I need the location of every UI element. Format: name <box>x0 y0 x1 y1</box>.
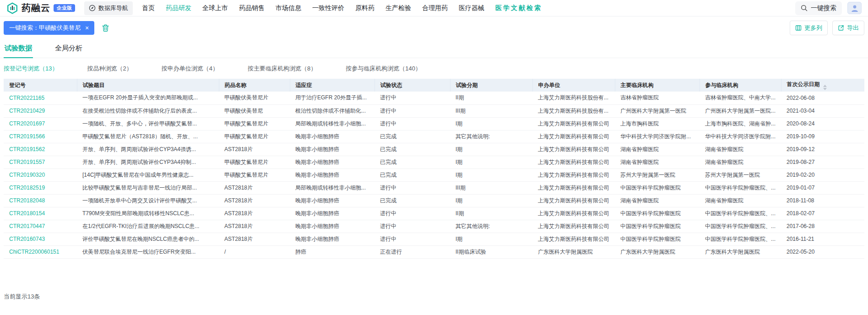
col-header-label: 试验题目 <box>83 82 105 88</box>
registration-link[interactable]: ChiCTR2200060151 <box>9 249 59 255</box>
tab-trial-data[interactable]: 试验数据 <box>4 39 33 58</box>
browse-link-by-registration[interactable]: 按登记号浏览（13） <box>4 65 58 73</box>
nav-item-medical-literature[interactable]: 医学文献检索 <box>495 4 542 12</box>
cell-primary-institution: 吉林省肿瘤医院 <box>615 92 700 104</box>
cell-first-publicity-date: 2017-06-28 <box>781 220 864 233</box>
cell-trial-title: 一项随机开放单中心两交叉设计评价甲磺酸艾... <box>77 194 219 207</box>
cell-sponsor: 上海艾力斯医药科技有限公司 <box>532 220 615 233</box>
trials-table: 登记号试验题目药品名称适应症试验状态试验分期申办单位主要临床机构参与临床机构首次… <box>4 79 864 259</box>
nav-item-medical-devices[interactable]: 医疗器械 <box>459 4 484 12</box>
nav-item-rational-use[interactable]: 合理用药 <box>422 4 448 12</box>
cell-participating-institutions: 广州医科大学附属第一医院... <box>700 104 781 117</box>
cell-first-publicity-date: 2016-11-21 <box>781 233 864 245</box>
search-filter-tag-label: 一键搜索：甲磺酸伏美替尼 <box>9 24 81 32</box>
cell-participating-institutions: 中国医学科学院肿瘤医院、... <box>700 207 781 220</box>
filter-left: 一键搜索：甲磺酸伏美替尼 × <box>4 21 109 35</box>
browse-link-by-sponsor[interactable]: 按申办单位浏览（4） <box>162 65 218 73</box>
table-row: CTR20191562开放、单序列、两周期试验评价CYP3A4强诱...AST2… <box>4 143 864 156</box>
cell-drug-name: 甲磺酸伏美替尼 <box>219 104 290 117</box>
cell-registration-no: CTR20190320 <box>4 168 77 181</box>
cell-participating-institutions: 吉林省肿瘤医院、中南大学... <box>700 92 781 104</box>
nav-item-consistency-eval[interactable]: 一致性评价 <box>312 4 344 12</box>
col-header-trial-phase: 试验分期 <box>450 79 532 92</box>
tag-close-icon[interactable]: × <box>85 25 89 31</box>
table-row: CTR20170447在1/2代EGFR-TKI治疗后进展的晚期NSCLC患..… <box>4 220 864 233</box>
browse-link-by-variety[interactable]: 按品种浏览（2） <box>87 65 132 73</box>
registration-link[interactable]: CTR20182048 <box>9 197 45 204</box>
cell-primary-institution: 中国医学科学院肿瘤医院 <box>615 181 700 194</box>
col-header-first-publicity-date[interactable]: 首次公示日期 <box>781 79 864 92</box>
registration-link[interactable]: CTR20191557 <box>9 159 45 165</box>
table-row: CTR20190320[14C]甲磺酸艾氟替尼在中国成年男性健康志...甲磺酸艾… <box>4 168 864 181</box>
table-row: CTR20180154T790M突变阳性局部晚期或转移性NSCLC患...AST… <box>4 207 864 220</box>
cell-participating-institutions: 苏州大学附属第一医院 <box>700 168 781 181</box>
cell-primary-institution: 湖南省肿瘤医院 <box>615 156 700 168</box>
cell-indication: 用于治疗EGFR 20外显子插... <box>290 92 374 104</box>
cell-registration-no: CTR20182048 <box>4 194 77 207</box>
cell-trial-status: 进行中 <box>374 117 450 130</box>
cell-sponsor: 上海艾力斯医药科技有限公司 <box>532 130 615 143</box>
cell-indication: 晚期非小细胞肺癌 <box>290 207 374 220</box>
nav-item-home[interactable]: 首页 <box>142 4 155 12</box>
cell-indication: 晚期非小细胞肺癌 <box>290 130 374 143</box>
brand-name: 药融云 <box>22 2 50 14</box>
cell-participating-institutions: 中国医学科学院肿瘤医院、... <box>700 181 781 194</box>
registration-link[interactable]: CTR20182519 <box>9 185 45 191</box>
cell-sponsor: 上海艾力斯医药科技有限公司 <box>532 143 615 156</box>
registration-link[interactable]: CTR20221165 <box>9 95 44 101</box>
cell-sponsor: 上海艾力斯医药科技有限公司 <box>532 233 615 245</box>
col-header-trial-status: 试验状态 <box>374 79 450 92</box>
database-nav-button[interactable]: 数据库导航 <box>84 1 133 15</box>
registration-link[interactable]: CTR20210429 <box>9 108 45 114</box>
registration-link[interactable]: CTR20170447 <box>9 223 45 229</box>
clear-filters-button[interactable] <box>102 24 109 32</box>
cell-sponsor: 上海艾力斯医药科技股份有... <box>532 92 615 104</box>
trials-table-wrap: 登记号试验题目药品名称适应症试验状态试验分期申办单位主要临床机构参与临床机构首次… <box>0 79 868 259</box>
cell-indication: 晚期非小细胞肺癌 <box>290 143 374 156</box>
browse-link-by-participating-institution[interactable]: 按参与临床机构浏览（140） <box>346 65 421 73</box>
nav-item-production-inspection[interactable]: 生产检验 <box>385 4 411 12</box>
global-search-button[interactable]: 一键搜索 <box>795 1 842 15</box>
brand[interactable]: 药融云 企业版 <box>6 2 75 14</box>
columns-icon <box>795 25 802 31</box>
export-button[interactable]: 导出 <box>832 21 864 35</box>
cell-sponsor: 上海艾力斯医药科技有限公司 <box>532 156 615 168</box>
nav-item-drug-rd[interactable]: 药品研发 <box>166 4 191 12</box>
nav-item-global-listed[interactable]: 全球上市 <box>202 4 228 12</box>
registration-link[interactable]: CTR20201697 <box>9 120 45 127</box>
registration-link[interactable]: CTR20190320 <box>9 172 45 178</box>
cell-registration-no: CTR20191566 <box>4 130 77 143</box>
nav-item-drug-sales[interactable]: 药品销售 <box>239 4 265 12</box>
user-avatar[interactable] <box>847 2 862 14</box>
main-nav: 首页药品研发全球上市药品销售市场信息一致性评价原料药生产检验合理用药医疗器械医学… <box>142 4 542 12</box>
registration-link[interactable]: CTR20160743 <box>9 236 45 242</box>
cell-trial-status: 进行中 <box>374 181 450 194</box>
table-row: CTR20191566甲磺酸艾氟替尼片（AST2818）随机、开放、...甲磺酸… <box>4 130 864 143</box>
sort-icon[interactable] <box>823 85 827 90</box>
nav-item-market-info[interactable]: 市场信息 <box>276 4 301 12</box>
cell-trial-status: 已完成 <box>374 143 450 156</box>
cell-participating-institutions: 华中科技大学同济医学院附... <box>700 130 781 143</box>
cell-primary-institution: 华中科技大学同济医学院附... <box>615 130 700 143</box>
registration-link[interactable]: CTR20191562 <box>9 146 45 152</box>
enterprise-badge: 企业版 <box>54 4 75 12</box>
tab-global-analysis[interactable]: 全局分析 <box>54 39 83 58</box>
cell-drug-name: AST2818片 <box>219 207 290 220</box>
browse-link-by-primary-institution[interactable]: 按主要临床机构浏览（8） <box>248 65 316 73</box>
cell-registration-no: CTR20191562 <box>4 143 77 156</box>
table-row: CTR20210429在接受根治性切除伴或不伴辅助化疗后的表皮...甲磺酸伏美替… <box>4 104 864 117</box>
cell-trial-title: 在接受根治性切除伴或不伴辅助化疗后的表皮... <box>77 104 219 117</box>
result-count: 当前显示13条 <box>0 293 868 301</box>
more-columns-button[interactable]: 更多列 <box>790 21 828 35</box>
table-row: CTR20201697一项随机、开放、多中心，评价甲磺酸艾氟替...甲磺酸艾氟替… <box>4 117 864 130</box>
registration-link[interactable]: CTR20191566 <box>9 133 45 140</box>
col-header-label: 试验分期 <box>456 82 478 88</box>
cell-registration-no: CTR20201697 <box>4 117 77 130</box>
cell-trial-phase: II期临床试验 <box>450 245 532 258</box>
cell-trial-phase: III期 <box>450 104 532 117</box>
cell-trial-status: 已完成 <box>374 156 450 168</box>
table-body: CTR20221165一项在EGFR 20外显子插入突变的局部晚期或...甲磺酸… <box>4 92 864 258</box>
registration-link[interactable]: CTR20180154 <box>9 210 45 217</box>
col-header-label: 首次公示日期 <box>787 81 820 87</box>
nav-item-api[interactable]: 原料药 <box>355 4 374 12</box>
